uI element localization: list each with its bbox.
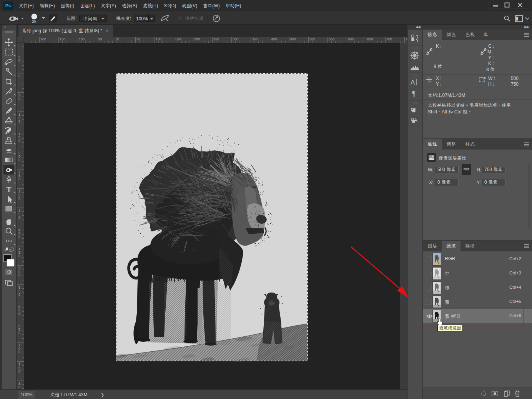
svg-text:0: 0 bbox=[18, 139, 20, 143]
svg-text:500: 500 bbox=[309, 37, 315, 41]
svg-text:0: 0 bbox=[18, 312, 20, 316]
svg-text:0: 0 bbox=[18, 350, 20, 354]
svg-text:0: 0 bbox=[18, 254, 20, 258]
svg-text:200: 200 bbox=[194, 37, 200, 41]
svg-text:450: 450 bbox=[290, 37, 296, 41]
svg-text:0: 0 bbox=[18, 196, 20, 200]
svg-text:50: 50 bbox=[98, 37, 102, 41]
svg-text:250: 250 bbox=[213, 37, 219, 41]
svg-text:150: 150 bbox=[60, 37, 65, 41]
svg-text:650: 650 bbox=[367, 37, 373, 41]
svg-text:350: 350 bbox=[252, 37, 258, 41]
svg-text:T: T bbox=[7, 186, 12, 194]
svg-text:0: 0 bbox=[18, 177, 20, 181]
svg-text:0: 0 bbox=[18, 273, 20, 277]
svg-text:35: 35 bbox=[32, 20, 37, 24]
svg-text:50: 50 bbox=[136, 37, 140, 41]
svg-text:0: 0 bbox=[18, 97, 20, 101]
svg-text:0: 0 bbox=[18, 74, 20, 78]
svg-text:300: 300 bbox=[233, 37, 238, 41]
svg-text:0: 0 bbox=[117, 37, 119, 41]
svg-text:0: 0 bbox=[18, 235, 20, 239]
svg-text:0: 0 bbox=[18, 120, 20, 123]
svg-text:0: 0 bbox=[18, 158, 20, 162]
svg-text:700: 700 bbox=[386, 37, 392, 41]
svg-text:600: 600 bbox=[348, 37, 354, 41]
svg-text:¶: ¶ bbox=[412, 90, 415, 98]
svg-text:0: 0 bbox=[18, 331, 20, 335]
svg-text:100: 100 bbox=[79, 37, 85, 41]
svg-text:200: 200 bbox=[40, 37, 46, 41]
svg-text:0: 0 bbox=[18, 58, 20, 62]
svg-text:0: 0 bbox=[18, 369, 20, 373]
svg-text:400: 400 bbox=[271, 37, 277, 41]
svg-text:150: 150 bbox=[175, 37, 181, 41]
svg-text:0: 0 bbox=[18, 216, 20, 219]
svg-text:A: A bbox=[411, 79, 415, 86]
svg-text:100: 100 bbox=[156, 37, 161, 41]
svg-text:0: 0 bbox=[18, 293, 20, 296]
svg-text:550: 550 bbox=[329, 37, 334, 41]
